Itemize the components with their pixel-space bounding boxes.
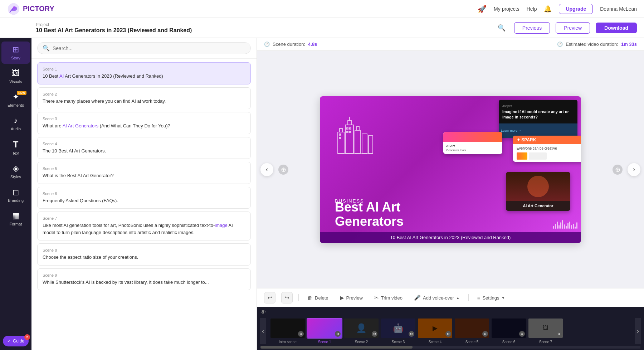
mic-icon: 🎤	[414, 295, 421, 301]
timeline-img-4: ▶ ⊙	[417, 318, 453, 339]
scene-label-7: Scene 7	[43, 216, 245, 220]
scene-text-3: What are AI Art Generators (And What Can…	[43, 122, 245, 130]
sidebar-format-label: Format	[10, 222, 22, 226]
add-scene-left-btn[interactable]: ⊕	[278, 165, 288, 175]
waveform	[553, 220, 577, 229]
sidebar-item-story[interactable]: ⊞ Story	[1, 42, 30, 64]
sidebar-item-audio[interactable]: ♪ Audio	[1, 112, 30, 135]
sidebar-text-label: Text	[12, 151, 19, 155]
svg-rect-13	[339, 137, 341, 139]
scene-label-9: Scene 9	[43, 273, 245, 277]
timeline-img-7: 🖼 ⊙	[528, 318, 564, 339]
sidebar-item-text[interactable]: T Text	[1, 136, 30, 159]
timeline: 👁 ‹ ⊙ Intro scene	[257, 307, 644, 350]
chevron-down-icon: ▼	[501, 296, 505, 300]
timeline-label-1: Scene 1	[318, 340, 331, 344]
timeline-thumb-intro[interactable]: ⊙ Intro scene	[270, 318, 306, 344]
settings-btn[interactable]: ≡ Settings ▼	[474, 293, 508, 302]
scene-card-5[interactable]: Scene 5 What is the Best AI Art Generato…	[37, 162, 251, 184]
app-logo[interactable]: PICTORY	[7, 3, 54, 15]
previous-button[interactable]: Previous	[514, 22, 550, 34]
timeline-img-5: ⊙	[454, 318, 490, 339]
visibility-icon[interactable]: 👁	[260, 309, 266, 316]
scene-card-6[interactable]: Scene 6 Frequently Asked Questions (FAQs…	[37, 187, 251, 209]
svg-point-1	[13, 6, 15, 9]
download-button[interactable]: Download	[596, 23, 637, 33]
scene-card-3[interactable]: Scene 3 What are AI Art Generators (And …	[37, 112, 251, 134]
screenshot-2: ✦ SPARK Everyone can be creative	[513, 136, 581, 162]
search-icon-small: 🔍	[43, 45, 50, 52]
trim-video-btn[interactable]: ✂ Trim video	[371, 293, 405, 302]
guide-button[interactable]: ✓ Guide 2	[3, 336, 29, 346]
timeline-thumb-4[interactable]: ▶ ⊙ Scene 4	[417, 318, 453, 344]
sidebar-item-branding[interactable]: ◻ Branding	[1, 184, 30, 206]
search-bar: 🔍	[31, 38, 257, 59]
nav-my-projects[interactable]: My projects	[494, 6, 519, 12]
delete-btn[interactable]: 🗑 Delete	[304, 293, 331, 302]
timeline-thumb-3[interactable]: 🤖 ⊙ Scene 3	[380, 318, 416, 344]
delete-label: Delete	[315, 295, 328, 301]
svg-rect-7	[355, 130, 361, 154]
timeline-badge-intro: ⊙	[298, 331, 304, 337]
scene-duration-value: 4.8s	[308, 42, 317, 47]
svg-rect-14	[347, 128, 348, 129]
svg-rect-12	[339, 134, 341, 135]
branding-icon: ◻	[13, 188, 19, 197]
video-next-btn[interactable]: ›	[628, 163, 640, 176]
estimated-value: 1m 33s	[621, 42, 637, 47]
header-bar: Project 10 Best AI Art Generators in 202…	[0, 18, 644, 38]
voiceover-label: Add voice-over	[423, 295, 454, 301]
timeline-scrollbar[interactable]	[260, 346, 640, 349]
timeline-thumb-2[interactable]: 👤 ⊙ Scene 2	[343, 318, 379, 344]
sidebar-item-elements[interactable]: ✦ Elements NEW	[1, 89, 30, 111]
user-name: Deanna McLean	[600, 6, 637, 12]
timeline-thumb-6[interactable]: ⊙ Scene 6	[491, 318, 527, 344]
scene-text-9: While Shutterstock's AI is backed by its…	[43, 279, 245, 286]
sidebar-branding-label: Branding	[8, 198, 24, 203]
scene-card-2[interactable]: Scene 2 There are many places where you …	[37, 87, 251, 110]
sidebar-styles-label: Styles	[10, 175, 21, 179]
timeline-badge-1: ⊙	[335, 331, 341, 337]
scene-label-4: Scene 4	[43, 142, 245, 146]
nav-help[interactable]: Help	[527, 6, 537, 12]
timeline-prev-btn[interactable]: ‹	[260, 318, 266, 344]
scene-card-9[interactable]: Scene 9 While Shutterstock's AI is backe…	[37, 268, 251, 291]
screenshot-1: Jasper Imagine if AI could create any ar…	[499, 100, 577, 138]
scene-label-5: Scene 5	[43, 166, 245, 171]
scene-card-7[interactable]: Scene 7 Like most AI generation tools fo…	[37, 212, 251, 240]
project-label: Project	[36, 22, 492, 27]
video-frame: BUSINESS Best AI Art Generators 10 Best …	[320, 96, 581, 243]
guide-label: Guide	[13, 339, 24, 344]
timeline-img-6: ⊙	[491, 318, 527, 339]
undo-btn[interactable]: ↩	[264, 292, 275, 303]
scene-card-1[interactable]: Scene 1 10 Best AI Art Generators in 202…	[37, 62, 251, 84]
video-prev-btn[interactable]: ‹	[260, 163, 273, 176]
svg-rect-9	[362, 134, 367, 154]
preview-ctrl-btn[interactable]: ▶ Preview	[337, 293, 366, 302]
add-voiceover-btn[interactable]: 🎤 Add voice-over ▲	[411, 293, 463, 302]
timeline-scroll[interactable]: ⊙ Intro scene ⊙ Scene 1	[266, 318, 635, 344]
upgrade-button[interactable]: Upgrade	[559, 4, 593, 14]
add-scene-right-btn[interactable]: ⊕	[613, 165, 623, 175]
scene-card-4[interactable]: Scene 4 The 10 Best AI Art Generators.	[37, 137, 251, 159]
nav-notifications[interactable]: 🔔	[544, 5, 552, 13]
guide-badge: 2	[24, 334, 30, 340]
sidebar-item-visuals[interactable]: 🖼 Visuals	[1, 65, 30, 87]
timeline-thumb-1[interactable]: ⊙ Scene 1	[307, 318, 342, 344]
clock-icon-2: 🕐	[557, 42, 563, 47]
preview-button[interactable]: Preview	[556, 22, 590, 34]
sidebar-item-styles[interactable]: ◈ Styles	[1, 160, 30, 183]
separator-1	[298, 294, 299, 301]
scene-text-1: 10 Best AI Art Generators in 2023 (Revie…	[43, 73, 245, 80]
search-icon[interactable]: 🔍	[498, 24, 506, 32]
scene-card-8[interactable]: Scene 8 Choose the aspect ratio size of …	[37, 243, 251, 266]
redo-btn[interactable]: ↪	[281, 292, 293, 303]
scene-label-2: Scene 2	[43, 92, 245, 96]
screenshot-3: AI Art Generator	[506, 172, 570, 211]
rocket-icon: 🚀	[478, 5, 487, 13]
timeline-next-btn[interactable]: ›	[635, 318, 641, 344]
timeline-thumb-5[interactable]: ⊙ Scene 5	[454, 318, 490, 344]
search-input[interactable]	[53, 45, 245, 51]
timeline-thumb-7[interactable]: 🖼 ⊙ Scene 7	[528, 318, 564, 344]
sidebar-item-format[interactable]: ▦ Format	[1, 208, 30, 230]
